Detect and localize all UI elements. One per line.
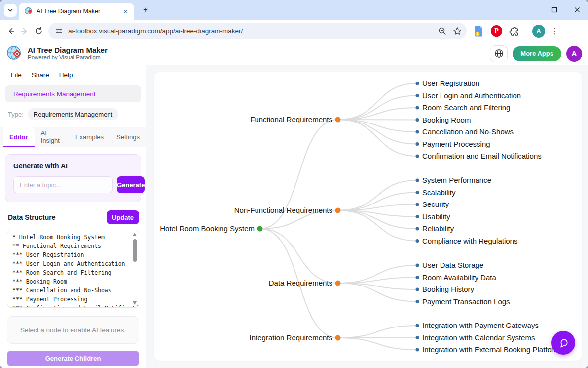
browser-menu-kebab-icon[interactable]: ⋮: [549, 26, 561, 36]
zoom-out-icon[interactable]: [438, 27, 447, 36]
tree-leaf-label[interactable]: Confirmation and Email Notifications: [422, 152, 542, 160]
tree-leaf-dot[interactable]: [416, 191, 419, 194]
tree-leaf-label[interactable]: Cancellation and No-Shows: [422, 127, 514, 136]
tree-leaf-label[interactable]: User Registration: [422, 79, 479, 87]
language-globe-button[interactable]: [490, 45, 508, 62]
tree-leaf-label[interactable]: User Data Storage: [422, 261, 483, 269]
tree-leaf-label[interactable]: User Login and Authentication: [422, 91, 521, 100]
tree-leaf-label[interactable]: Payment Processing: [422, 140, 490, 148]
tree-leaf-dot[interactable]: [416, 203, 419, 206]
tab-examples[interactable]: Examples: [69, 127, 110, 147]
tree-leaf-label[interactable]: Booking Room: [422, 116, 471, 124]
tree-leaf-dot[interactable]: [416, 155, 419, 158]
data-structure-text[interactable]: * Hotel Room Booking System ** Functiona…: [12, 233, 131, 308]
tree-branch-dot[interactable]: [335, 208, 341, 213]
tree-leaf-label[interactable]: Room Search and Filtering: [422, 103, 510, 112]
tab-editor[interactable]: Editor: [3, 127, 35, 147]
window-maximize-button[interactable]: [551, 6, 558, 14]
tree-root-label[interactable]: Hotel Room Booking System: [160, 224, 255, 233]
tab-search-button[interactable]: [4, 4, 17, 17]
visual-paradigm-link[interactable]: Visual Paradigm: [59, 54, 101, 60]
browser-tab[interactable]: AI Tree Diagram Maker ×: [19, 3, 134, 20]
tree-leaf-label[interactable]: Room Availability Data: [422, 273, 496, 282]
tree-branch-label[interactable]: Integration Requirements: [250, 333, 332, 342]
tree-branch-dot[interactable]: [335, 335, 341, 341]
new-tab-button[interactable]: +: [140, 4, 151, 15]
chat-fab-button[interactable]: [551, 331, 575, 355]
tree-leaf-label[interactable]: Integration with Calendar Systems: [422, 333, 535, 342]
diagram-canvas[interactable]: User RegistrationUser Login and Authenti…: [154, 72, 582, 361]
scrollbar-up-icon[interactable]: [133, 233, 137, 236]
window-close-button[interactable]: [573, 6, 581, 14]
url-bar[interactable]: ai-toolbox.visual-paradigm.com/app/ai-tr…: [48, 23, 467, 39]
tree-leaf-dot[interactable]: [416, 239, 419, 243]
tree-leaf-label[interactable]: Compliance with Regulations: [422, 237, 517, 245]
generate-button[interactable]: Generate: [117, 176, 145, 193]
tree-leaf-label[interactable]: Booking History: [422, 285, 475, 293]
tab-settings[interactable]: Settings: [110, 127, 146, 147]
tree-leaf-label[interactable]: Security: [422, 200, 449, 208]
url-text[interactable]: ai-toolbox.visual-paradigm.com/app/ai-tr…: [68, 27, 438, 35]
tree-leaf-dot[interactable]: [416, 130, 419, 134]
tree-leaf-dot[interactable]: [416, 227, 419, 231]
tree-leaf-label[interactable]: System Performance: [422, 176, 491, 184]
pinterest-extension-icon[interactable]: P: [491, 25, 502, 37]
update-button[interactable]: Update: [107, 210, 139, 224]
tree-branch-label[interactable]: Non-Functional Requirements: [234, 206, 332, 214]
type-value-pill: Requirements Management: [28, 108, 118, 120]
tree-leaf-label[interactable]: Usability: [422, 212, 450, 221]
tree-leaf-dot[interactable]: [416, 300, 419, 303]
tree-root-dot[interactable]: [257, 226, 263, 232]
tree-leaf-dot[interactable]: [416, 82, 419, 85]
scrollbar-down-icon[interactable]: [133, 301, 137, 305]
menu-item-help[interactable]: Help: [59, 71, 73, 79]
browser-profile-avatar[interactable]: A: [532, 25, 545, 38]
tree-leaf-label[interactable]: Integration with Payment Gateways: [422, 321, 539, 329]
generate-with-ai-panel: Generate with AI Generate: [5, 154, 141, 202]
topic-input[interactable]: [13, 176, 113, 193]
generate-children-button[interactable]: Generate Children: [7, 351, 139, 366]
tree-leaf-dot[interactable]: [416, 179, 419, 182]
tree-leaf-dot[interactable]: [416, 142, 419, 146]
tree-leaf-dot[interactable]: [416, 94, 419, 97]
back-button[interactable]: [4, 24, 18, 38]
chat-bubble-icon: [557, 336, 570, 349]
tab-title: AI Tree Diagram Maker: [37, 8, 121, 15]
tree-leaf-dot[interactable]: [416, 336, 419, 339]
tree-leaf-dot[interactable]: [416, 118, 419, 122]
tab-ai-insight[interactable]: AI Insight: [35, 127, 69, 147]
tree-leaf-dot[interactable]: [416, 324, 419, 327]
tree-branch-label[interactable]: Functional Requirements: [250, 115, 332, 123]
more-apps-button[interactable]: More Apps: [513, 46, 561, 61]
forward-button[interactable]: [18, 24, 32, 38]
data-structure-editor[interactable]: * Hotel Room Booking System ** Functiona…: [7, 230, 139, 308]
tab-close-icon[interactable]: ×: [121, 7, 129, 15]
reload-button[interactable]: [32, 24, 45, 38]
tree-branch-dot[interactable]: [335, 117, 341, 123]
tree-leaf-label[interactable]: Scalability: [422, 188, 456, 197]
tree-leaf-dot[interactable]: [416, 288, 419, 291]
data-structure-title: Data Structure: [8, 213, 55, 221]
tree-leaf-dot[interactable]: [416, 264, 419, 267]
tree-leaf-label[interactable]: Reliability: [422, 224, 454, 233]
extensions-puzzle-icon[interactable]: [509, 26, 520, 37]
menu-item-file[interactable]: File: [11, 71, 22, 79]
tree-branch-dot[interactable]: [335, 281, 341, 286]
window-minimize-button[interactable]: [528, 6, 536, 14]
tree-leaf-dot[interactable]: [416, 276, 419, 279]
user-avatar[interactable]: A: [566, 46, 582, 62]
tree-leaf-dot[interactable]: [416, 106, 419, 110]
tree-leaf-dot[interactable]: [416, 215, 419, 218]
tree-leaf-label[interactable]: Integration with External Booking Platfo…: [422, 345, 564, 354]
site-settings-icon[interactable]: [55, 27, 63, 35]
document-title-box[interactable]: Requirements Management: [5, 85, 141, 102]
docs-offline-extension-icon[interactable]: [474, 25, 484, 37]
tree-branch-label[interactable]: Data Requirements: [269, 279, 332, 287]
type-label: Type:: [8, 111, 24, 118]
tree-leaf-dot[interactable]: [416, 348, 419, 352]
tree-leaf-label[interactable]: Payment Transaction Logs: [422, 297, 510, 306]
scrollbar-thumb[interactable]: [133, 239, 137, 262]
editor-scrollbar[interactable]: [132, 231, 138, 306]
bookmark-star-icon[interactable]: [453, 27, 462, 36]
menu-item-share[interactable]: Share: [32, 71, 49, 79]
